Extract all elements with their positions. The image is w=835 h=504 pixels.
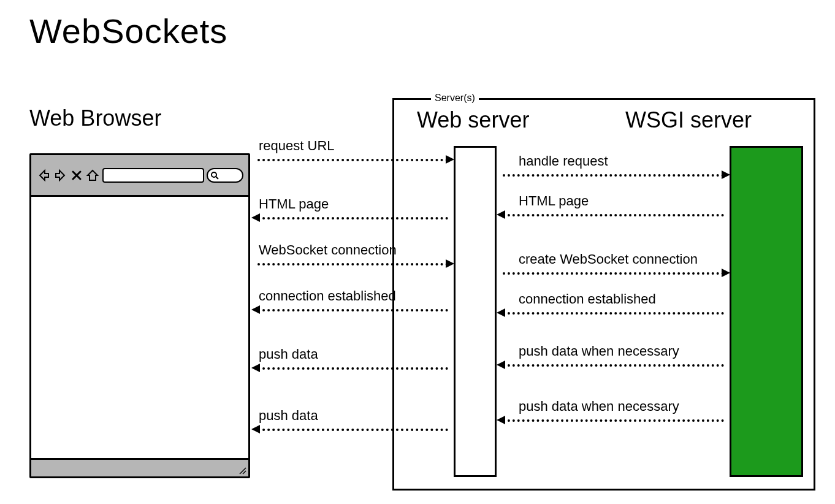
arrow-label: create WebSocket connection xyxy=(495,251,731,267)
svg-line-1 xyxy=(216,177,218,179)
arrow-connection-established-left: connection established xyxy=(250,288,456,314)
search-icon xyxy=(210,171,219,180)
arrow-html-page-left: HTML page xyxy=(250,196,456,222)
browser-statusbar xyxy=(31,458,248,476)
arrow-label: push data when necessary xyxy=(495,343,731,359)
search-input xyxy=(207,168,243,183)
page-title: WebSockets xyxy=(29,11,227,51)
arrow-connection-established-right: connection established xyxy=(495,291,731,317)
browser-window xyxy=(29,153,250,478)
arrow-create-websocket: create WebSocket connection xyxy=(495,251,731,277)
arrow-label: HTML page xyxy=(250,196,456,212)
arrow-label: connection established xyxy=(250,288,456,304)
browser-toolbar xyxy=(31,155,248,197)
url-input xyxy=(102,168,204,183)
arrow-html-page-right: HTML page xyxy=(495,193,731,219)
svg-point-0 xyxy=(212,172,216,177)
arrow-label: WebSocket connection xyxy=(250,242,456,258)
svg-line-3 xyxy=(243,471,246,474)
arrow-websocket-connection: WebSocket connection xyxy=(250,242,456,268)
arrow-push-data-necessary-1: push data when necessary xyxy=(495,343,731,369)
resize-handle-icon xyxy=(238,467,247,475)
arrow-label: request URL xyxy=(250,138,456,154)
forward-arrow-icon xyxy=(53,168,68,183)
stop-icon xyxy=(71,169,83,181)
arrow-label: handle request xyxy=(495,153,731,169)
arrow-request-url: request URL xyxy=(250,138,456,164)
svg-line-2 xyxy=(240,468,246,474)
wsgi-server-label: WSGI server xyxy=(625,107,752,133)
servers-legend: Server(s) xyxy=(431,93,479,104)
arrow-push-data-necessary-2: push data when necessary xyxy=(495,399,731,424)
arrow-handle-request: handle request xyxy=(495,153,731,179)
web-server-label: Web server xyxy=(417,107,529,133)
web-browser-label: Web Browser xyxy=(29,105,161,131)
arrow-push-data-2: push data xyxy=(250,408,456,433)
wsgi-server-box xyxy=(730,146,803,477)
arrow-label: push data xyxy=(250,346,456,362)
web-server-box xyxy=(454,146,497,477)
arrow-label: connection established xyxy=(495,291,731,307)
arrow-push-data-1: push data xyxy=(250,346,456,372)
arrow-label: HTML page xyxy=(495,193,731,209)
arrow-label: push data xyxy=(250,408,456,424)
home-icon xyxy=(85,168,100,183)
arrow-label: push data when necessary xyxy=(495,399,731,414)
back-arrow-icon xyxy=(36,168,51,183)
